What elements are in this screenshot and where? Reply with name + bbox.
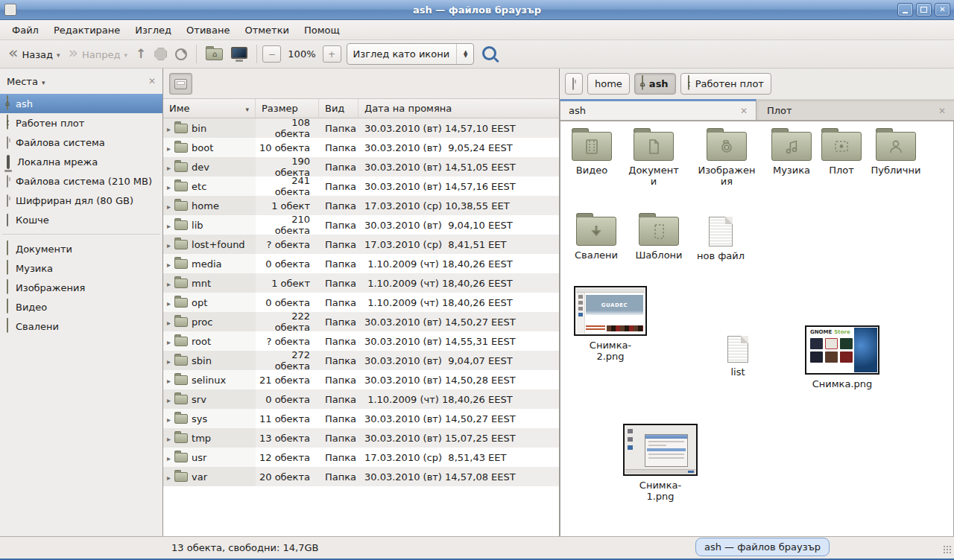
tab-ash[interactable]: ash✕ xyxy=(560,99,756,120)
sidebar-item-Файлова система[interactable]: Файлова система xyxy=(0,133,162,152)
column-header-date[interactable]: Дата на промяна xyxy=(358,99,559,118)
expander-icon[interactable] xyxy=(167,336,171,347)
tab-close-icon[interactable]: ✕ xyxy=(740,106,748,116)
icon-view-item-нов файл[interactable]: нов файл xyxy=(685,217,756,261)
view-mode-combo[interactable]: Изглед като икони ▲▼ xyxy=(347,43,475,65)
tab-Плот[interactable]: Плот✕ xyxy=(759,101,954,120)
table-row[interactable]: home1 обектПапка17.03.2010 (ср) 10,38,55… xyxy=(163,196,559,215)
close-button[interactable] xyxy=(935,3,950,16)
icon-view-item-Снимка.png[interactable]: GNOMEStoreСнимка.png xyxy=(806,325,878,389)
sidebar-item-Файлова система (210 MB)[interactable]: Файлова система (210 MB) xyxy=(0,171,162,191)
sidebar-close-icon[interactable]: ✕ xyxy=(148,76,156,86)
table-row[interactable]: tmp13 обектаПапка30.03.2010 (вт) 15,07,2… xyxy=(163,428,559,448)
table-row[interactable]: usr12 обектаПапка17.03.2010 (ср) 8,51,43… xyxy=(163,448,559,467)
up-button[interactable] xyxy=(132,45,150,63)
expander-icon[interactable] xyxy=(167,316,171,328)
expander-icon[interactable] xyxy=(167,142,171,153)
forward-button[interactable]: Напред xyxy=(65,45,131,63)
table-row[interactable]: bin108 обектаПапка30.03.2010 (вт) 14,57,… xyxy=(163,118,559,138)
zoom-out-button[interactable]: − xyxy=(262,45,281,63)
menu-item-4[interactable]: Отметки xyxy=(237,22,296,38)
expander-icon[interactable] xyxy=(167,239,171,250)
minimize-button[interactable] xyxy=(897,3,913,16)
table-row[interactable]: var20 обектаПапка30.03.2010 (вт) 14,57,0… xyxy=(163,467,559,486)
table-row[interactable]: selinux21 обектаПапка30.03.2010 (вт) 14,… xyxy=(163,370,559,389)
table-row[interactable]: sbin272 обектаПапка30.03.2010 (вт) 9,04,… xyxy=(163,351,559,370)
reload-button[interactable] xyxy=(171,45,191,63)
expander-icon[interactable] xyxy=(167,123,171,134)
table-row[interactable]: boot10 обектаПапка30.03.2010 (вт) 9,05,2… xyxy=(163,138,559,157)
icon-view-item-Шаблони[interactable]: Шаблони xyxy=(623,217,695,261)
expander-icon[interactable] xyxy=(167,452,171,463)
menu-item-2[interactable]: Изглед xyxy=(127,22,179,38)
sidebar-item-Локална мрежа[interactable]: Локална мрежа xyxy=(0,152,162,171)
table-row[interactable]: sys11 обектаПапка30.03.2010 (вт) 14,50,2… xyxy=(163,409,559,428)
menu-item-5[interactable]: Помощ xyxy=(297,22,347,38)
resize-grip[interactable] xyxy=(943,545,952,553)
sidebar-item-Шифриран дял (80 GB)[interactable]: Шифриран дял (80 GB) xyxy=(0,191,162,210)
folder-icon xyxy=(174,356,188,366)
column-header-size[interactable]: Размер xyxy=(256,99,319,118)
table-row[interactable]: dev190 обектаПапка30.03.2010 (вт) 14,51,… xyxy=(163,157,559,176)
date-cell: 30.03.2010 (вт) 9,04,07 EEST xyxy=(358,355,559,366)
expander-icon[interactable] xyxy=(167,162,171,173)
expander-icon[interactable] xyxy=(167,413,171,424)
table-row[interactable]: etc241 обектаПапка30.03.2010 (вт) 14,57,… xyxy=(163,176,559,196)
expander-icon[interactable] xyxy=(167,471,171,483)
tab-close-icon[interactable]: ✕ xyxy=(938,106,946,116)
back-history-caret-icon[interactable] xyxy=(57,48,60,60)
table-row[interactable]: mnt1 обектПапка 1.10.2009 (чт) 18,40,26 … xyxy=(163,273,559,293)
sidebar-item-Кошче[interactable]: Кошче xyxy=(0,210,162,229)
expander-icon[interactable] xyxy=(167,355,171,366)
sidebar-item-Музика[interactable]: Музика xyxy=(0,258,162,278)
menu-item-3[interactable]: Отиване xyxy=(179,22,237,38)
icon-view-item-Свалени[interactable]: Свалени xyxy=(560,217,632,261)
table-row[interactable]: srv0 обектаПапка 1.10.2009 (чт) 18,40,26… xyxy=(163,389,559,409)
sidebar-item-Свалени[interactable]: Свалени xyxy=(0,316,162,336)
sidebar-mode-caret-icon[interactable] xyxy=(42,76,45,87)
icon-view-item-Снимка-1.png[interactable]: Снимка-1.png xyxy=(625,424,696,502)
expander-icon[interactable] xyxy=(167,375,171,386)
path-button-home[interactable]: home xyxy=(587,73,630,95)
menu-item-0[interactable]: Файл xyxy=(4,22,46,38)
icon-view-item-Документи[interactable]: Документи xyxy=(618,132,689,187)
icon-view-item-list[interactable]: list xyxy=(702,336,774,378)
expander-icon[interactable] xyxy=(167,181,171,192)
sidebar-item-Изображения[interactable]: Изображения xyxy=(0,278,162,297)
back-button[interactable]: Назад xyxy=(4,45,64,63)
expander-icon[interactable] xyxy=(167,278,171,289)
sidebar-item-ash[interactable]: ash xyxy=(0,94,162,113)
table-row[interactable]: opt0 обектаПапка 1.10.2009 (чт) 18,40,26… xyxy=(163,293,559,312)
maximize-button[interactable] xyxy=(916,3,932,16)
table-row[interactable]: lib210 обектаПапка30.03.2010 (вт) 9,04,1… xyxy=(163,215,559,235)
root-path-button[interactable] xyxy=(169,73,192,95)
expander-icon[interactable] xyxy=(167,200,171,211)
expander-icon[interactable] xyxy=(167,258,171,270)
expander-icon[interactable] xyxy=(167,394,171,405)
expander-icon[interactable] xyxy=(167,297,171,308)
icon-view-item-Снимка-2.png[interactable]: GUADECСнимка-2.png xyxy=(575,286,646,362)
sidebar-item-Документи[interactable]: Документи xyxy=(0,239,162,258)
table-row[interactable]: lost+found? обектаПапка17.03.2010 (ср) 8… xyxy=(163,235,559,254)
computer-button[interactable] xyxy=(227,44,251,65)
search-icon[interactable] xyxy=(482,46,496,60)
expander-icon[interactable] xyxy=(167,433,171,444)
column-header-name[interactable]: Име xyxy=(163,99,256,118)
path-button-ash[interactable]: ash xyxy=(634,73,676,95)
menu-item-1[interactable]: Редактиране xyxy=(46,22,127,38)
sidebar-item-Видео[interactable]: Видео xyxy=(0,297,162,316)
path-button-root[interactable] xyxy=(565,73,583,95)
zoom-in-button[interactable]: + xyxy=(323,45,341,63)
expander-icon[interactable] xyxy=(167,220,171,231)
column-header-type[interactable]: Вид xyxy=(319,99,358,118)
sidebar-item-Работен плот[interactable]: Работен плот xyxy=(0,113,162,133)
icon-view-item-Публични[interactable]: Публични xyxy=(860,132,932,176)
stop-button[interactable] xyxy=(151,45,171,63)
table-row[interactable]: root? обектаПапка30.03.2010 (вт) 14,55,3… xyxy=(163,331,559,351)
home-button[interactable] xyxy=(202,45,227,63)
table-row[interactable]: proc222 обектаПапка30.03.2010 (вт) 14,50… xyxy=(163,312,559,331)
icon-view-item-Изображения[interactable]: Изображения xyxy=(691,132,762,187)
type-cell: Папка xyxy=(319,123,358,134)
path-button-Работен плот[interactable]: Работен плот xyxy=(680,73,771,95)
table-row[interactable]: media0 обектаПапка 1.10.2009 (чт) 18,40,… xyxy=(163,254,559,273)
